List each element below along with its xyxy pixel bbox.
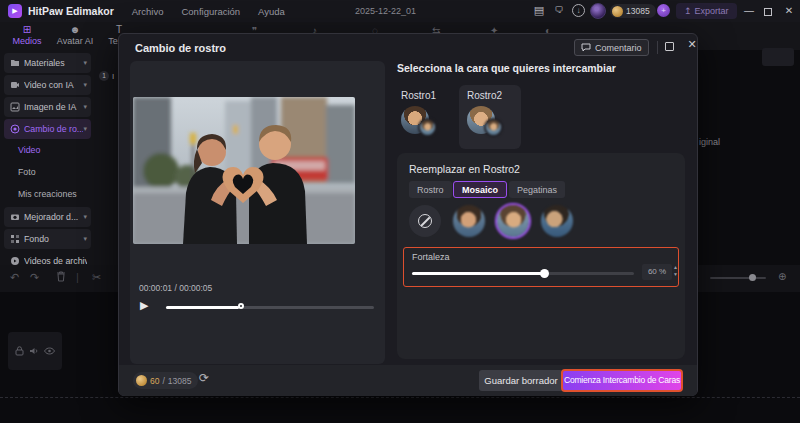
project-name: 2025-12-22_01 [355, 6, 416, 16]
chip-mosaico[interactable]: Mosaico [453, 181, 507, 198]
export-icon: ↥ [684, 6, 692, 16]
sidebar-item-cambio-de-rostro[interactable]: Cambio de ro... ▾ [4, 119, 91, 139]
mute-icon[interactable] [29, 346, 39, 356]
rostro1-replacement-thumbnail [418, 118, 437, 137]
option-face-3[interactable] [541, 205, 573, 237]
chip-pegatinas[interactable]: Pegatinas [509, 181, 565, 198]
export-button[interactable]: ↥ Exportar [676, 3, 737, 19]
strength-slider-handle[interactable] [540, 269, 549, 278]
playback-slider[interactable] [166, 306, 374, 309]
prohibition-icon [418, 214, 432, 228]
chip-rostro[interactable]: Rostro [409, 181, 452, 198]
comment-bubble-icon [581, 43, 591, 52]
menu-ayuda[interactable]: Ayuda [258, 6, 285, 17]
chevron-down-icon: ▾ [83, 213, 87, 221]
hide-track-icon[interactable] [44, 347, 55, 355]
chevron-down-icon: ▾ [83, 103, 87, 111]
split-icon[interactable]: ✂ [92, 271, 101, 284]
background-panel-stub [762, 48, 794, 66]
close-button[interactable]: ✕ [780, 0, 798, 22]
dialog-close-button[interactable]: ✕ [684, 38, 700, 51]
media-panel-sliver: 1 I [95, 50, 118, 292]
refresh-icon[interactable]: ⟳ [199, 371, 209, 385]
sidebar-item-video-ia[interactable]: Video con IA ▾ [4, 75, 91, 95]
face-tab-rostro2[interactable]: Rostro2 [459, 85, 521, 149]
strength-value[interactable]: 60 % [642, 264, 672, 280]
folder-icon [10, 58, 20, 68]
coin-icon [136, 375, 147, 386]
playback-time: 00:00:01 / 00:00:05 [139, 283, 212, 293]
chevron-up-icon: ▾ [83, 125, 87, 133]
timeline-zoom-control: ⊖ ⊕ [690, 271, 795, 285]
strength-slider[interactable] [412, 272, 634, 275]
redo-icon[interactable]: ↷ [30, 271, 39, 284]
lock-icon[interactable] [15, 346, 24, 356]
comment-button[interactable]: Comentario [574, 39, 649, 56]
menu-archivo[interactable]: Archivo [132, 6, 164, 17]
replace-heading: Reemplazar en Rostro2 [409, 163, 520, 175]
sidebar-subitem-foto[interactable]: Foto [18, 167, 36, 177]
maximize-button[interactable] [764, 8, 772, 16]
avatar-icon: ☻ [52, 24, 98, 36]
tab-medios[interactable]: ⊞ Medios [8, 24, 46, 46]
preview-image [133, 97, 355, 244]
undo-icon[interactable]: ↶ [10, 271, 19, 284]
chevron-down-icon: ▾ [83, 81, 87, 89]
step-label-fragment: I [112, 72, 114, 81]
titlebar: ▶ HitPaw Edimakor Archivo Configuración … [0, 0, 800, 22]
app-window: ▶ HitPaw Edimakor Archivo Configuración … [0, 0, 800, 423]
app-title: HitPaw Edimakor [28, 5, 114, 17]
sidebar-item-fondo[interactable]: Fondo ▾ [4, 229, 91, 249]
chevron-down-icon: ▾ [83, 59, 87, 67]
menu-configuracion[interactable]: Configuración [181, 6, 240, 17]
sidebar-subitem-video[interactable]: Video [18, 145, 40, 155]
strength-label: Fortaleza [412, 252, 450, 262]
sidebar-item-mejorador[interactable]: Mejorador d... ▾ [4, 207, 91, 227]
zoom-in-icon[interactable]: ⊕ [778, 271, 786, 282]
strength-fill [412, 272, 545, 275]
tab-avatar-ai[interactable]: ☻ Avatar AI [52, 24, 98, 46]
download-icon[interactable]: ↓ [572, 4, 585, 17]
enhancer-icon [10, 212, 20, 222]
layout-icon[interactable]: ▤ [531, 3, 547, 18]
face-swap-dialog: Cambio de rostro Comentario ✕ [118, 33, 698, 396]
original-label-fragment: iginal [699, 137, 720, 147]
trash-icon[interactable] [56, 271, 66, 284]
playback-slider-handle[interactable] [238, 303, 244, 309]
rostro2-replacement-thumbnail [484, 118, 503, 137]
sidebar-item-imagen-ia[interactable]: Imagen de IA ▾ [4, 97, 91, 117]
app-logo-icon: ▶ [8, 4, 22, 18]
chevron-down-icon: ▾ [83, 235, 87, 243]
strength-stepper[interactable]: ▲▼ [673, 264, 678, 278]
video-ai-icon [10, 80, 20, 90]
playback-progress [166, 306, 239, 309]
minimize-button[interactable]: — [740, 0, 758, 22]
coin-icon [612, 6, 623, 17]
sidebar-subitem-mis-creaciones[interactable]: Mis creaciones [18, 189, 77, 199]
credits-balance: 13085 [626, 6, 650, 16]
credits-badge[interactable]: 13085 [610, 4, 656, 18]
face-tab-rostro1[interactable]: Rostro1 [393, 85, 455, 149]
start-face-swap-button[interactable]: Comienza Intercambio de Caras [561, 369, 683, 392]
play-button[interactable]: ▶ [140, 299, 148, 312]
user-avatar[interactable] [590, 3, 606, 19]
option-face-2[interactable] [497, 205, 529, 237]
add-credits-icon[interactable]: + [657, 4, 670, 17]
sidebar: Materiales ▾ Video con IA ▾ Imagen de IA… [0, 50, 95, 265]
save-draft-button[interactable]: Guardar borrador [479, 370, 563, 391]
dialog-maximize-button[interactable] [665, 42, 674, 51]
option-face-1[interactable] [453, 205, 485, 237]
cost-badge: 60/13085 [133, 372, 198, 389]
dialog-title: Cambio de rostro [135, 42, 226, 54]
zoom-slider-handle[interactable] [749, 274, 756, 281]
track-header [8, 332, 62, 370]
zoom-slider[interactable] [710, 277, 766, 279]
option-none[interactable] [409, 205, 441, 237]
select-face-heading: Selecciona la cara que quieres intercamb… [397, 62, 616, 74]
sidebar-item-materiales[interactable]: Materiales ▾ [4, 53, 91, 73]
background-icon [10, 234, 20, 244]
face-swap-icon [10, 124, 20, 134]
step-badge: 1 [99, 71, 109, 81]
strength-annotation-box: Fortaleza 60 % ▲▼ [403, 247, 679, 287]
feedback-icon[interactable]: 🗨 [551, 3, 567, 18]
